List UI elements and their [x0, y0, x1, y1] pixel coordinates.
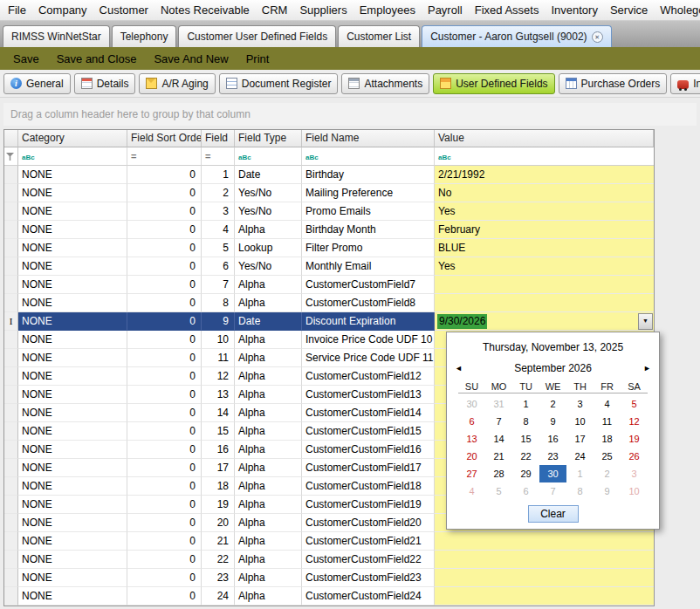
calendar-day[interactable]: 26: [621, 448, 648, 465]
calendar-day[interactable]: 21: [485, 448, 512, 465]
calendar-day[interactable]: 9: [539, 413, 566, 430]
calendar-day[interactable]: 11: [594, 413, 621, 430]
calendar-day[interactable]: 18: [594, 430, 621, 448]
calendar-day[interactable]: 16: [539, 430, 566, 448]
column-header-field[interactable]: Field: [202, 130, 235, 147]
save-button[interactable]: Save: [4, 52, 48, 65]
calendar-day[interactable]: 27: [458, 465, 485, 482]
calendar-day[interactable]: 4: [458, 482, 485, 500]
group-by-panel[interactable]: Drag a column header here to group by th…: [3, 103, 697, 126]
menu-item-inventory[interactable]: Inventory: [545, 3, 603, 17]
cell-value[interactable]: [435, 532, 654, 551]
filter-cell-field[interactable]: =: [202, 147, 235, 166]
menu-item-wholegoods[interactable]: Wholegoods: [654, 3, 700, 17]
subtab-user-defined-fields[interactable]: User Defined Fields: [433, 73, 554, 94]
subtab-attachments[interactable]: Attachments: [341, 73, 429, 94]
calendar-day[interactable]: 17: [566, 430, 594, 448]
subtab-document-register[interactable]: Document Register: [219, 73, 339, 94]
grid-row-21[interactable]: NONE021AlphaCustomerCustomField21: [4, 532, 654, 551]
cell-value[interactable]: Yes: [435, 257, 654, 276]
grid-row-23[interactable]: NONE023AlphaCustomerCustomField23: [4, 569, 654, 587]
calendar-day[interactable]: 24: [566, 448, 594, 465]
calendar-day[interactable]: 3: [621, 465, 648, 482]
calendar-day-selected[interactable]: 30: [539, 465, 566, 482]
menu-item-fixed-assets[interactable]: Fixed Assets: [469, 3, 546, 17]
calendar-day[interactable]: 9: [594, 482, 621, 500]
grid-row-8[interactable]: NONE08AlphaCustomerCustomField8: [4, 294, 654, 312]
column-header-field-sort-order[interactable]: Field Sort Order: [127, 130, 202, 147]
calendar-day[interactable]: 15: [512, 430, 539, 448]
calendar-day[interactable]: 7: [485, 413, 512, 430]
calendar-day[interactable]: 31: [485, 395, 512, 413]
menu-item-crm[interactable]: CRM: [256, 3, 294, 17]
column-header-category[interactable]: Category: [18, 130, 127, 147]
calendar-day[interactable]: 10: [621, 482, 648, 500]
cell-value[interactable]: [435, 294, 654, 312]
grid-row-3[interactable]: NONE03Yes/NoPromo EmailsYes: [4, 202, 654, 221]
grid-row-9[interactable]: INONE09DateDiscount Expiration9/30/2026▼: [4, 312, 654, 331]
column-header-field-name[interactable]: Field Name: [302, 130, 435, 147]
calendar-day[interactable]: 2: [594, 465, 621, 482]
save-and-new-button[interactable]: Save And New: [145, 52, 237, 65]
calendar-day[interactable]: 1: [512, 395, 539, 413]
cell-value[interactable]: [435, 587, 654, 606]
calendar-day[interactable]: 13: [458, 430, 485, 448]
grid-row-2[interactable]: NONE02Yes/NoMailing PreferenceNo: [4, 184, 654, 202]
tab-customer-aaron-gutgsell-9002[interactable]: Customer - Aaron Gutgsell (9002)✕: [422, 25, 611, 47]
menu-item-suppliers[interactable]: Suppliers: [293, 3, 353, 17]
filter-cell-category[interactable]: aBc: [18, 147, 127, 166]
menu-item-customer[interactable]: Customer: [93, 3, 154, 17]
calendar-day[interactable]: 8: [566, 482, 594, 500]
menu-item-payroll[interactable]: Payroll: [422, 3, 469, 17]
calendar-day[interactable]: 29: [512, 465, 539, 482]
tab-customer-list[interactable]: Customer List: [338, 25, 420, 47]
calendar-day[interactable]: 5: [485, 482, 512, 500]
calendar-day[interactable]: 8: [512, 413, 539, 430]
menu-item-file[interactable]: File: [2, 3, 32, 17]
menu-item-notes-receivable[interactable]: Notes Receivable: [154, 3, 256, 17]
calendar-day[interactable]: 10: [566, 413, 594, 430]
calendar-day[interactable]: 1: [566, 465, 594, 482]
menu-item-employees[interactable]: Employees: [353, 3, 422, 17]
tab-rimss-winnetstar[interactable]: RIMSS WinNetStar: [3, 25, 110, 47]
menu-item-company[interactable]: Company: [32, 3, 93, 17]
calendar-day[interactable]: 25: [594, 448, 621, 465]
cell-value[interactable]: Yes: [435, 202, 654, 221]
tab-close-icon[interactable]: ✕: [592, 31, 603, 43]
cell-value[interactable]: [435, 569, 654, 587]
subtab-general[interactable]: General: [3, 73, 71, 94]
calendar-day[interactable]: 28: [485, 465, 512, 482]
calendar-day[interactable]: 4: [594, 395, 621, 413]
column-header-field-type[interactable]: Field Type: [235, 130, 302, 147]
subtab-insurance[interactable]: Insurance: [670, 73, 700, 94]
grid-row-4[interactable]: NONE04AlphaBirthday MonthFebruary: [4, 221, 654, 239]
filter-cell-value[interactable]: aBc: [435, 147, 654, 166]
calendar-day[interactable]: 14: [485, 430, 512, 448]
calendar-today-label[interactable]: Thursday, November 13, 2025: [447, 332, 659, 353]
tab-customer-user-defined-fields[interactable]: Customer User Defined Fields: [178, 25, 336, 47]
calendar-next-month-icon[interactable]: ►: [643, 363, 651, 373]
calendar-day[interactable]: 20: [458, 448, 485, 465]
save-and-close-button[interactable]: Save and Close: [48, 52, 146, 65]
grid-row-1[interactable]: NONE01DateBirthday2/21/1992: [4, 166, 654, 184]
calendar-day[interactable]: 6: [512, 482, 539, 500]
calendar-day[interactable]: 6: [458, 413, 485, 430]
calendar-prev-month-icon[interactable]: ◄: [455, 363, 463, 373]
calendar-day[interactable]: 30: [458, 395, 485, 413]
calendar-day[interactable]: 2: [539, 395, 566, 413]
value-editor[interactable]: 9/30/2026▼: [435, 312, 654, 331]
subtab-details[interactable]: Details: [74, 73, 136, 94]
filter-cell-field-sort-order[interactable]: =: [127, 147, 202, 166]
cell-value[interactable]: [435, 276, 654, 294]
cell-value[interactable]: BLUE: [435, 239, 654, 257]
cell-value[interactable]: [435, 551, 654, 569]
calendar-day[interactable]: 19: [621, 430, 648, 448]
calendar-day[interactable]: 5: [621, 395, 648, 413]
calendar-day[interactable]: 3: [566, 395, 594, 413]
filter-cell-field-name[interactable]: aBc: [302, 147, 435, 166]
subtab-purchase-orders[interactable]: Purchase Orders: [559, 73, 668, 94]
cell-value[interactable]: February: [435, 221, 654, 239]
calendar-clear-button[interactable]: Clear: [528, 505, 579, 523]
print-button[interactable]: Print: [237, 52, 278, 65]
calendar-day[interactable]: 7: [539, 482, 566, 500]
